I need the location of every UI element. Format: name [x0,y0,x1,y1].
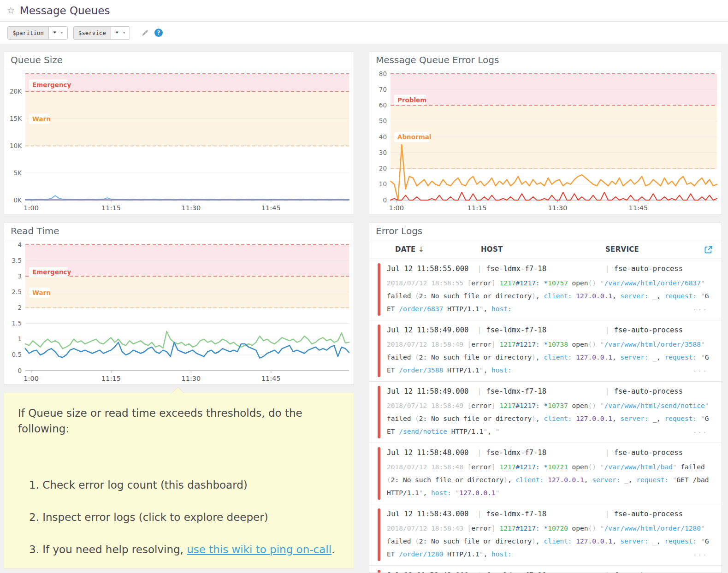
y-tick-label: 2 [18,304,22,311]
y-tick-label: 0.5 [12,351,22,358]
variable-parition[interactable]: $parition * ▾ [7,26,68,40]
log-service: fse-auto-process [614,447,718,458]
x-tick-label: 11:15 [101,375,121,382]
mq-error-logs-panel-title: Message Queue Error Logs [369,52,722,69]
variable-service-select[interactable]: * ▾ [111,27,130,39]
read-time-chart[interactable]: 1:0011:1511:3011:4500.511.522.533.54Emer… [4,240,354,384]
variable-parition-value: * [53,30,57,36]
x-tick-label: 11:30 [548,204,568,212]
y-tick-label: 0 [383,196,387,204]
help-icon[interactable]: ? [154,29,163,37]
threshold-label: Warn [32,115,51,123]
separator: | [477,508,481,520]
separator: | [605,325,609,336]
sort-desc-icon: ↓ [418,245,424,254]
y-tick-label: 40 [379,133,387,141]
x-tick-label: 1:00 [24,375,39,382]
y-tick-label: 60 [379,101,387,109]
y-tick-label: 10 [379,180,387,188]
external-link-icon[interactable] [704,245,713,254]
y-tick-label: 3.5 [12,257,22,264]
series-queue-size [25,195,349,200]
x-tick-label: 1:00 [389,204,404,212]
note-item-1: 1. Check error log count (this dashboard… [29,479,340,491]
note-item-2: 2. Inspect error logs (click to explore … [29,511,340,523]
variable-parition-label: $parition [8,27,49,39]
truncation-ellipsis: ... [693,301,708,314]
chevron-down-icon: ▾ [123,30,125,35]
note-panel: If Queue size or read time exceeds thres… [4,393,354,568]
queue-size-panel-title: Queue Size [4,52,354,69]
separator: | [605,447,609,458]
variable-service[interactable]: $service * ▾ [73,26,130,40]
severity-bar [378,508,380,561]
log-row[interactable]: Jul 12 11:58:49.000|fse-ldmx-f7-18|fse-a… [369,382,722,443]
log-row[interactable]: Jul 12 11:58:55.000|fse-ldmx-f7-18|fse-a… [369,259,722,320]
note-item-3-suffix: . [331,543,335,555]
read-time-panel-title: Read Time [4,223,354,240]
logs-body: Jul 12 11:58:55.000|fse-ldmx-f7-18|fse-a… [369,259,722,573]
log-row[interactable]: Jul 12 11:58:43.000|fse-ldmx-f7-18|fse-a… [369,566,722,573]
log-row-header: Jul 12 11:58:48.000|fse-ldmx-f7-18|fse-a… [387,447,710,458]
log-date: Jul 12 11:58:43.000 [387,570,473,573]
log-date: Jul 12 11:58:49.000 [387,386,473,397]
x-tick-label: 11:30 [182,204,201,212]
x-tick-label: 11:45 [261,204,281,212]
log-service: fse-auto-process [614,263,718,274]
series-read-time-p95 [25,331,349,349]
x-tick-label: 11:15 [468,204,487,212]
threshold-label: Warn [32,289,51,296]
severity-bar [378,263,380,316]
queue-size-chart[interactable]: 1:0011:1511:3011:450K5K10K15K20KEmergenc… [4,69,354,214]
separator: | [477,325,481,336]
queue-size-panel: Queue Size 1:0011:1511:3011:450K5K10K15K… [4,52,354,214]
column-host[interactable]: HOST [481,245,605,254]
y-tick-label: 80 [379,70,387,77]
x-tick-label: 11:45 [629,204,648,212]
x-tick-label: 11:45 [261,375,281,382]
x-tick-label: 11:15 [101,204,121,212]
y-tick-label: 0K [14,196,23,204]
series-problem-count [391,192,717,200]
log-message: 2018/07/12 18:58:55 [error] 1217#1217: *… [387,277,710,315]
x-tick-label: 11:30 [182,375,201,382]
log-message: 2018/07/12 18:58:49 [error] 1217#1217: *… [387,338,710,377]
variable-service-value: * [115,30,119,36]
note-item-3: 3. If you need help resolving, use this … [29,543,340,555]
log-row[interactable]: Jul 12 11:58:48.000|fse-ldmx-f7-18|fse-a… [369,443,722,504]
y-tick-label: 50 [379,117,387,124]
y-tick-label: 15K [10,115,22,122]
threshold-band [25,74,349,92]
note-arrow [172,387,183,398]
chevron-down-icon: ▾ [60,30,63,35]
column-date[interactable]: DATE ↓ [395,245,481,254]
mq-error-logs-chart[interactable]: 1:0011:1511:3011:4501020304050607080Prob… [369,69,722,214]
edit-icon[interactable] [141,29,149,37]
log-row[interactable]: Jul 12 11:58:49.000|fse-ldmx-f7-18|fse-a… [369,320,722,382]
separator: | [477,570,481,573]
log-row-header: Jul 12 11:58:49.000|fse-ldmx-f7-18|fse-a… [387,325,710,336]
column-service[interactable]: SERVICE [605,245,704,254]
separator: | [477,447,481,458]
threshold-label: Emergency [32,268,71,276]
separator: | [477,263,481,274]
severity-bar [378,447,380,500]
note-item-3-text: 3. If you need help resolving, [29,543,187,555]
log-row[interactable]: Jul 12 11:58:43.000|fse-ldmx-f7-18|fse-a… [369,504,722,566]
variable-parition-select[interactable]: * ▾ [49,27,67,39]
separator: | [605,263,609,274]
log-service: fse-auto-process [614,570,718,573]
log-row-header: Jul 12 11:58:55.000|fse-ldmx-f7-18|fse-a… [387,263,710,274]
queue-size-svg: 1:0011:1511:3011:450K5K10K15K20KEmergenc… [4,69,354,214]
y-tick-label: 3 [18,272,22,280]
wiki-link[interactable]: use this wiki to ping on-call [187,543,331,555]
note-intro: If Queue size or read time exceeds thres… [18,405,340,437]
y-tick-label: 70 [379,86,387,93]
log-date: Jul 12 11:58:55.000 [387,263,473,274]
favorite-star-icon[interactable]: ☆ [6,5,15,16]
log-row-header: Jul 12 11:58:43.000|fse-ldmx-f7-18|fse-a… [387,570,710,573]
threshold-label: Problem [397,96,426,104]
severity-bar [378,386,380,438]
separator: | [605,570,609,573]
read-time-svg: 1:0011:1511:3011:4500.511.522.533.54Emer… [4,240,354,384]
